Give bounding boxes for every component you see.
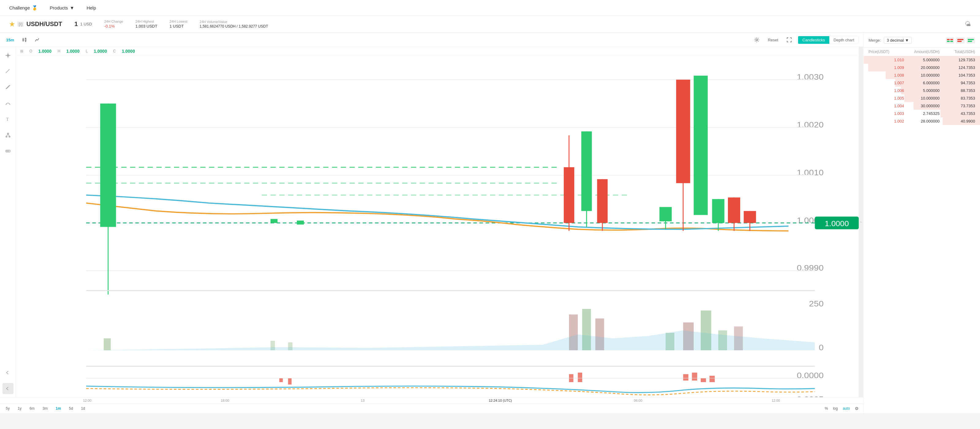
ask-total-cell: 43.7353 — [940, 111, 975, 116]
ticker-symbol: ★ [i] USDH/USDT — [9, 21, 62, 28]
curve-tool[interactable] — [2, 98, 13, 109]
ticker-price: 1 — [75, 21, 78, 27]
svg-text:T: T — [6, 117, 9, 122]
top-navigation: Challenge 🥇 Products ▼ Help — [0, 0, 980, 16]
crosshair-tool[interactable] — [2, 50, 13, 61]
ticker-bar: ★ [i] USDH/USDT 1 1 USD 24H Change -0.1%… — [0, 16, 980, 32]
ask-amount-cell: 30.000000 — [904, 104, 940, 108]
chart-area: ⊞ O 1.0000 H 1.0000 L 1.0000 C 1.0000 1.… — [16, 47, 859, 397]
collapse-sidebar-button[interactable] — [2, 383, 13, 394]
nav-products[interactable]: Products ▼ — [50, 5, 75, 10]
reset-button[interactable]: Reset — [765, 37, 781, 43]
svg-rect-39 — [100, 104, 116, 227]
period-1m-button[interactable]: 1m — [54, 406, 62, 411]
chart-settings-icon[interactable]: ⚙ — [855, 406, 859, 411]
timeframe-15m-button[interactable]: 15m — [4, 37, 16, 43]
settings-gear-icon[interactable] — [752, 35, 761, 44]
ohlc-open: 1.0000 — [38, 49, 51, 54]
ask-total-cell: 83.7353 — [940, 96, 975, 100]
ticker-highest-stat: 24H Highest 1.003 USDT — [135, 20, 158, 29]
ob-ask-row[interactable]: 1.00810.000000104.7353 — [864, 72, 980, 79]
ob-ask-row[interactable]: 1.00430.00000073.7353 — [864, 102, 980, 110]
period-1d-button[interactable]: 1d — [79, 406, 86, 411]
left-toolbar: T — [0, 47, 16, 397]
ask-total-cell: 124.7353 — [940, 65, 975, 70]
measure-tool[interactable] — [2, 145, 13, 156]
svg-text:-0.0005: -0.0005 — [794, 395, 824, 397]
chart-topbar: 15m — [0, 33, 863, 47]
merge-select[interactable]: 3 decimal ▼ — [884, 37, 912, 44]
ask-price-cell: 1.006 — [869, 88, 904, 93]
main-layout: 15m — [0, 33, 980, 413]
line-tool[interactable] — [2, 66, 13, 77]
auto-scale-button[interactable]: auto — [843, 406, 850, 411]
svg-rect-88 — [950, 39, 953, 40]
fullscreen-button[interactable] — [785, 35, 794, 44]
ohlc-close: 1.0000 — [122, 49, 135, 54]
ob-view-buttons — [946, 37, 975, 43]
ob-ask-row[interactable]: 1.00920.000000124.7353 — [864, 64, 980, 72]
ob-view-asks-button[interactable] — [956, 37, 965, 43]
back-tool[interactable] — [2, 367, 13, 378]
highest-label: 24H Highest — [135, 20, 158, 23]
ob-amount-header: Amount(USDH) — [904, 49, 940, 54]
svg-rect-49 — [659, 207, 671, 222]
ob-ask-row[interactable]: 1.0065.00000088.7353 — [864, 87, 980, 94]
ob-ask-row[interactable]: 1.0076.00000094.7353 — [864, 79, 980, 87]
volume-label: 24H Volume/Value — [200, 20, 268, 24]
ticker-change-stat: 24H Change -0.1% — [104, 20, 123, 29]
svg-rect-87 — [947, 41, 950, 42]
bottom-controls: 5y 1y 6m 3m 1m 5d 1d % log auto ⚙ — [0, 403, 863, 413]
ask-total-cell: 94.7353 — [940, 81, 975, 85]
period-3m-button[interactable]: 3m — [41, 406, 49, 411]
ob-view-both-button[interactable] — [946, 37, 954, 43]
svg-rect-77 — [279, 378, 283, 382]
time-label-13: 13 — [294, 399, 431, 402]
ob-ask-row[interactable]: 1.0032.74532543.7353 — [864, 110, 980, 117]
svg-rect-92 — [968, 39, 974, 40]
svg-rect-90 — [957, 39, 964, 40]
percent-toggle[interactable]: % — [825, 406, 828, 411]
ask-total-cell: 88.7353 — [940, 88, 975, 93]
ask-price-cell: 1.002 — [869, 119, 904, 123]
change-label: 24H Change — [104, 20, 123, 23]
chart-type-toggle: Candlesticks Depth chart — [798, 36, 859, 44]
period-6m-button[interactable]: 6m — [28, 406, 36, 411]
line-chart-icon[interactable] — [33, 35, 41, 44]
lowest-label: 24H Lowest — [170, 20, 188, 23]
chevron-down-icon: ▼ — [70, 5, 75, 10]
svg-rect-47 — [597, 179, 608, 223]
svg-line-10 — [6, 69, 10, 73]
chart-svg-area[interactable]: 1.0030 1.0020 1.0010 1.0000 0.9990 — [16, 56, 859, 397]
svg-line-11 — [6, 85, 10, 89]
svg-rect-86 — [947, 39, 950, 40]
text-tool[interactable]: T — [2, 114, 13, 125]
period-5d-button[interactable]: 5d — [67, 406, 75, 411]
svg-rect-55 — [712, 199, 724, 223]
ticker-usd: 1 USD — [80, 22, 92, 26]
nav-challenge[interactable]: Challenge 🥇 — [9, 5, 38, 11]
nav-help[interactable]: Help — [87, 5, 96, 10]
period-5y-button[interactable]: 5y — [4, 406, 11, 411]
ob-total-header: Total(USDH) — [940, 49, 975, 54]
ray-tool[interactable] — [2, 82, 13, 93]
ob-ask-row[interactable]: 1.0105.000000129.7353 — [864, 56, 980, 64]
svg-rect-83 — [701, 378, 706, 382]
ask-amount-cell: 6.000000 — [904, 81, 940, 85]
favorite-star-icon[interactable]: ★ — [9, 21, 15, 28]
ask-price-cell: 1.004 — [869, 104, 904, 108]
period-1y-button[interactable]: 1y — [16, 406, 23, 411]
time-label-1200: 12:00 — [18, 399, 156, 402]
ob-view-bids-button[interactable] — [967, 37, 975, 43]
ob-ask-row[interactable]: 1.00510.00000083.7353 — [864, 94, 980, 102]
ob-ask-row[interactable]: 1.00228.00000040.9900 — [864, 117, 980, 125]
depth-chart-button[interactable]: Depth chart — [829, 36, 858, 44]
candle-type-icon[interactable] — [20, 35, 29, 44]
log-toggle[interactable]: log — [833, 406, 838, 411]
svg-rect-91 — [957, 41, 962, 42]
candlesticks-button[interactable]: Candlesticks — [798, 36, 829, 44]
collapse-sidebar-button[interactable]: ‹ — [859, 47, 863, 397]
ask-total-cell: 104.7353 — [940, 73, 975, 78]
node-tool[interactable] — [2, 130, 13, 140]
ohlc-low: 1.0000 — [94, 49, 107, 54]
